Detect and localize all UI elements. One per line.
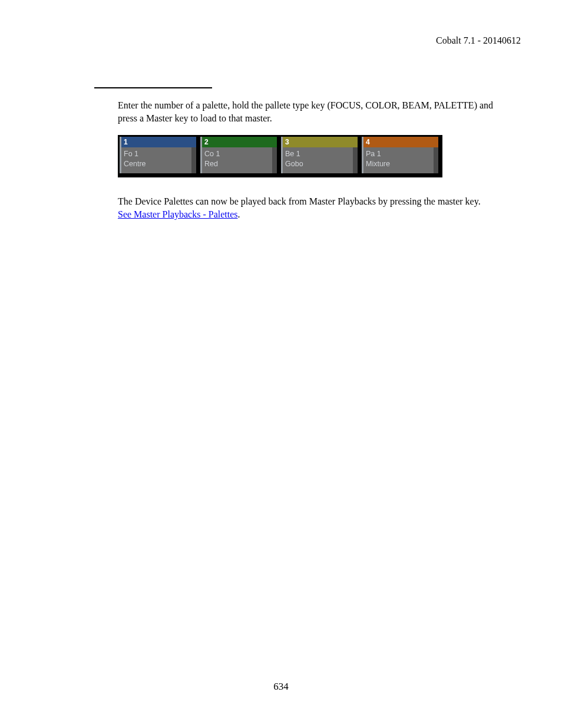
- header-version: Cobalt 7.1 - 20140612: [41, 35, 521, 46]
- palette-number: 2: [200, 137, 277, 147]
- palette-label: Gobo: [285, 159, 351, 169]
- palette-body: Co 1 Red: [200, 147, 277, 173]
- palette-body: Fo 1 Centre: [120, 147, 196, 173]
- palette-number: 4: [362, 137, 438, 147]
- followup-text-pre: The Device Palettes can now be played ba…: [118, 196, 481, 206]
- palette-code: Pa 1: [366, 149, 431, 159]
- palette-label: Centre: [124, 159, 189, 169]
- palette-body: Pa 1 Mixture: [362, 147, 438, 173]
- section-divider: [94, 87, 212, 88]
- page-number: 634: [0, 681, 562, 693]
- document-page: Cobalt 7.1 - 20140612 Enter the number o…: [0, 0, 562, 728]
- palette-cell-color: 2 Co 1 Red: [200, 137, 277, 173]
- content-area: Enter the number of a palette, hold the …: [118, 99, 494, 220]
- palette-label: Red: [204, 159, 270, 169]
- palette-screenshot: 1 Fo 1 Centre 2 Co 1 Red 3 Be 1 Gobo: [118, 135, 442, 177]
- instruction-paragraph: Enter the number of a palette, hold the …: [118, 99, 494, 124]
- followup-paragraph: The Device Palettes can now be played ba…: [118, 195, 494, 220]
- palette-number: 1: [120, 137, 196, 147]
- palette-code: Fo 1: [124, 149, 189, 159]
- palette-cell-palette: 4 Pa 1 Mixture: [362, 137, 438, 173]
- palette-cell-focus: 1 Fo 1 Centre: [120, 137, 196, 173]
- palette-code: Co 1: [204, 149, 270, 159]
- palette-body: Be 1 Gobo: [281, 147, 358, 173]
- palette-code: Be 1: [285, 149, 351, 159]
- palette-number: 3: [281, 137, 358, 147]
- followup-text-post: .: [238, 209, 240, 219]
- link-master-playbacks-palettes[interactable]: See Master Playbacks - Palettes: [118, 209, 238, 219]
- palette-cell-beam: 3 Be 1 Gobo: [281, 137, 358, 173]
- palette-label: Mixture: [366, 159, 431, 169]
